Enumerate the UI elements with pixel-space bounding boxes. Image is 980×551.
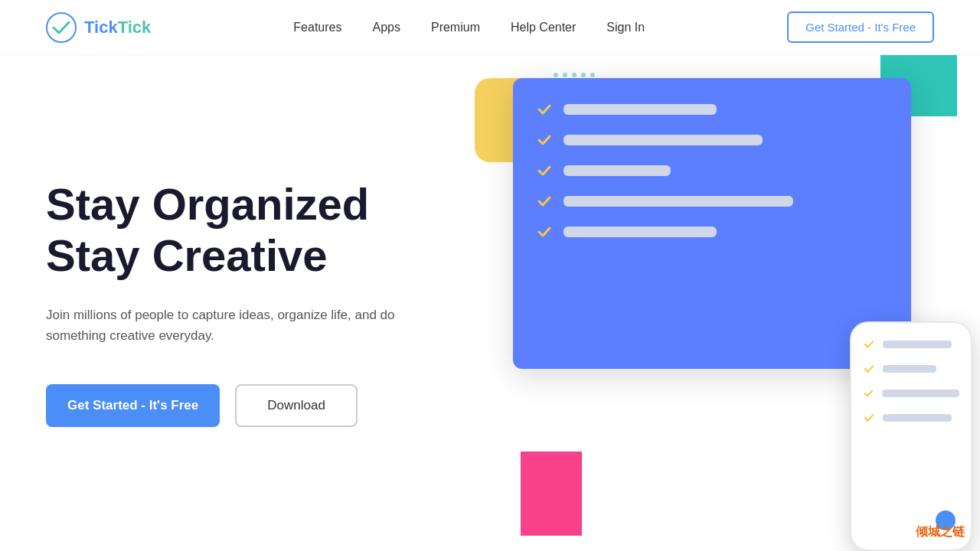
phone-checkmark-icon: [863, 363, 875, 375]
nav-cta-button[interactable]: Get Started - It's Free: [787, 11, 934, 43]
logo[interactable]: TickTick: [46, 12, 151, 43]
deco-pink-rect: [521, 452, 582, 536]
phone-checkmark-icon: [863, 338, 875, 350]
navbar: TickTick Features Apps Premium Help Cent…: [0, 0, 980, 55]
hero-content: Stay Organized Stay Creative Join millio…: [46, 179, 444, 427]
hero-heading: Stay Organized Stay Creative: [46, 179, 444, 281]
nav-item-help-center[interactable]: Help Center: [511, 21, 576, 34]
nav-item-features[interactable]: Features: [293, 21, 341, 34]
laptop-mockup: [513, 78, 911, 369]
phone-task-bar: [882, 390, 959, 397]
svg-point-5: [590, 73, 595, 77]
phone-task-row: [863, 412, 959, 424]
phone-task-row: [863, 363, 959, 375]
task-bar: [564, 104, 717, 115]
phone-task-row: [863, 387, 959, 399]
phone-task-bar: [883, 414, 952, 422]
hero-download-button[interactable]: Download: [235, 384, 358, 427]
checkmark-icon: [536, 162, 553, 179]
phone-task-bar: [883, 341, 952, 348]
hero-subtext: Join millions of people to capture ideas…: [46, 305, 413, 346]
hero-get-started-button[interactable]: Get Started - It's Free: [46, 384, 220, 427]
hero-buttons: Get Started - It's Free Download: [46, 384, 444, 427]
nav-item-premium[interactable]: Premium: [431, 21, 480, 34]
checkmark-icon: [536, 132, 553, 148]
logo-icon: [46, 12, 77, 43]
phone-task-row: [863, 338, 959, 350]
task-bar: [564, 196, 793, 207]
phone-mockup: [850, 321, 972, 551]
svg-point-3: [572, 73, 577, 77]
task-bar: [564, 227, 717, 237]
hero-section: Stay Organized Stay Creative Join millio…: [0, 55, 980, 551]
nav-links: Features Apps Premium Help Center Sign I…: [293, 21, 645, 34]
svg-point-4: [581, 73, 586, 77]
task-row: [536, 162, 888, 179]
checkmark-icon: [536, 193, 553, 210]
task-row: [536, 132, 888, 148]
svg-point-2: [563, 73, 567, 77]
task-bar: [564, 165, 671, 176]
phone-checkmark-icon: [863, 387, 874, 399]
hero-illustration: [475, 55, 980, 551]
phone-task-bar: [883, 365, 936, 373]
task-bar: [564, 135, 763, 145]
checkmark-icon: [536, 101, 553, 118]
task-row: [536, 193, 888, 210]
checkmark-icon: [536, 223, 553, 240]
svg-point-1: [554, 73, 558, 77]
watermark: 倾城之链: [916, 524, 965, 540]
phone-checkmark-icon: [863, 412, 875, 424]
task-row: [536, 101, 888, 118]
svg-point-0: [47, 13, 76, 42]
logo-text: TickTick: [84, 18, 151, 37]
nav-item-apps[interactable]: Apps: [372, 21, 400, 34]
task-row: [536, 223, 888, 240]
nav-item-sign-in[interactable]: Sign In: [606, 21, 645, 34]
